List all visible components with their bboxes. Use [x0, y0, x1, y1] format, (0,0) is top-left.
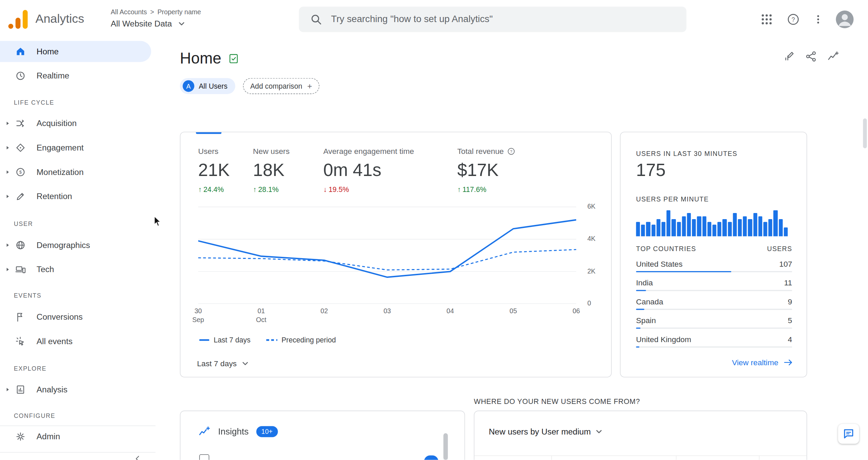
expand-arrow-icon	[5, 194, 10, 199]
page-title: Home	[180, 50, 239, 68]
legend-preceding-period: Preceding period	[266, 336, 336, 344]
new-users-heading: WHERE DO YOUR NEW USERS COME FROM?	[474, 397, 640, 405]
insights-icon[interactable]	[827, 50, 839, 63]
sidebar-item-realtime[interactable]: Realtime	[0, 65, 151, 86]
feedback-chat-button[interactable]	[838, 424, 859, 444]
active-tab-indicator	[196, 132, 222, 134]
engagement-icon	[15, 142, 26, 154]
click-pointer-icon	[15, 336, 26, 347]
search-input[interactable]	[330, 13, 664, 25]
insights-card[interactable]: Insights 10+	[180, 411, 465, 460]
avatar[interactable]	[836, 11, 853, 28]
svg-text:?: ?	[510, 149, 512, 153]
flag-icon	[15, 312, 26, 323]
globe-icon	[15, 240, 26, 251]
insights-count-badge: 10+	[256, 426, 277, 437]
date-range-selector[interactable]: Last 7 days	[195, 357, 250, 370]
metric-delta: ↑28.1%	[253, 185, 290, 194]
person-icon	[836, 11, 853, 28]
help-icon[interactable]: ?	[787, 13, 800, 26]
analytics-logo-icon[interactable]	[8, 9, 29, 30]
expand-arrow-icon	[5, 170, 10, 174]
users-per-minute-chart	[636, 208, 787, 236]
breadcrumb-separator: >	[150, 8, 154, 16]
comparison-row: A All Users Add comparison +	[180, 78, 319, 94]
country-bar	[636, 290, 646, 291]
insights-scrollbar-thumb[interactable]	[444, 433, 448, 460]
sidebar: Home Realtime LIFE CYCLE Acquisition Eng…	[0, 39, 156, 460]
sidebar-item-engagement[interactable]: Engagement	[0, 137, 151, 158]
share-icon[interactable]	[805, 50, 817, 63]
sidebar-item-admin[interactable]: Admin	[0, 426, 151, 447]
sidebar-item-demographics[interactable]: Demographics	[0, 235, 151, 256]
country-bar	[636, 347, 639, 348]
breadcrumb-property[interactable]: Property name	[157, 8, 201, 16]
chevron-down-icon	[242, 362, 248, 365]
view-realtime-link[interactable]: View realtime	[732, 358, 793, 367]
segment-badge: A	[183, 80, 194, 92]
expand-arrow-icon	[5, 267, 10, 272]
acquisition-icon	[15, 118, 26, 129]
svg-text:?: ?	[792, 16, 795, 23]
sidebar-item-conversions[interactable]: Conversions	[0, 306, 151, 328]
sidebar-item-home[interactable]: Home	[0, 41, 151, 62]
more-options-icon[interactable]	[813, 13, 824, 26]
dashed-line-sample	[266, 339, 277, 341]
metric-avg-engagement-time[interactable]: Average engagement time 0m 41s ↓19.5%	[323, 147, 414, 194]
sidebar-item-retention[interactable]: Retention	[0, 186, 151, 207]
chevron-down-icon	[178, 22, 184, 25]
users-trend-chart-region	[198, 200, 576, 304]
topbar: Analytics All Accounts > Property name A…	[0, 0, 868, 39]
insights-header: Insights 10+	[198, 426, 278, 438]
search-bar[interactable]	[299, 7, 687, 32]
realtime-card: USERS IN LAST 30 MINUTES 175 USERS PER M…	[620, 132, 807, 377]
main-content: Home A All Users Add comparison + Users …	[156, 39, 868, 460]
dimension-selector[interactable]: New users by User medium	[489, 427, 602, 436]
help-icon[interactable]: ?	[507, 147, 515, 155]
page-scrollbar-thumb[interactable]	[863, 119, 867, 148]
users-last-30-min-value: 175	[636, 160, 665, 180]
product-name: Analytics	[35, 12, 84, 26]
add-comparison-button[interactable]: Add comparison +	[243, 78, 319, 94]
section-events: EVENTS	[14, 292, 41, 299]
sidebar-divider	[0, 452, 156, 453]
country-row: India11	[636, 278, 792, 291]
metric-delta: ↓19.5%	[323, 185, 414, 194]
chevron-down-icon	[596, 430, 602, 433]
metric-delta: ↑24.4%	[198, 185, 230, 194]
clock-icon	[15, 70, 26, 82]
all-users-chip[interactable]: A All Users	[180, 78, 235, 94]
metric-total-revenue[interactable]: Total revenue ? $17K ↑117.6%	[457, 147, 515, 194]
metric-new-users[interactable]: New users 18K ↑28.1%	[253, 147, 290, 194]
insights-spark-icon	[198, 426, 210, 438]
overview-metrics-card: Users 21K ↑24.4% New users 18K ↑28.1% Av…	[180, 132, 611, 377]
collapse-sidebar-icon[interactable]	[133, 454, 143, 460]
country-bar	[636, 328, 640, 329]
report-check-icon	[228, 53, 239, 65]
property-selector[interactable]: All Website Data	[111, 19, 184, 28]
expand-arrow-icon	[5, 387, 10, 392]
chat-icon	[843, 428, 855, 440]
arrow-right-icon	[783, 358, 793, 366]
svg-text:$: $	[19, 170, 22, 175]
table-column-divider	[676, 456, 677, 460]
table-column-divider	[759, 456, 760, 460]
insight-item-icon	[199, 454, 209, 460]
apps-grid-icon[interactable]	[760, 13, 773, 26]
users-line-chart	[198, 200, 576, 304]
sidebar-item-analysis[interactable]: Analysis	[0, 379, 151, 400]
customize-report-icon[interactable]	[783, 50, 795, 63]
sidebar-item-tech[interactable]: Tech	[0, 259, 151, 280]
top-countries-header: TOP COUNTRIES USERS	[636, 245, 792, 253]
country-row: United Kingdom4	[636, 335, 792, 347]
sidebar-item-all-events[interactable]: All events	[0, 331, 151, 352]
country-bar	[636, 309, 644, 310]
sidebar-item-monetization[interactable]: $ Monetization	[0, 162, 151, 183]
breadcrumb-all-accounts[interactable]: All Accounts	[111, 8, 147, 16]
metric-users[interactable]: Users 21K ↑24.4%	[198, 147, 230, 194]
x-axis-labels: 30Sep01Oct0203040506	[198, 307, 576, 326]
users-per-minute-title: USERS PER MINUTE	[636, 195, 709, 203]
sidebar-item-acquisition[interactable]: Acquisition	[0, 113, 151, 134]
retention-icon	[15, 191, 26, 202]
analysis-icon	[15, 384, 26, 395]
